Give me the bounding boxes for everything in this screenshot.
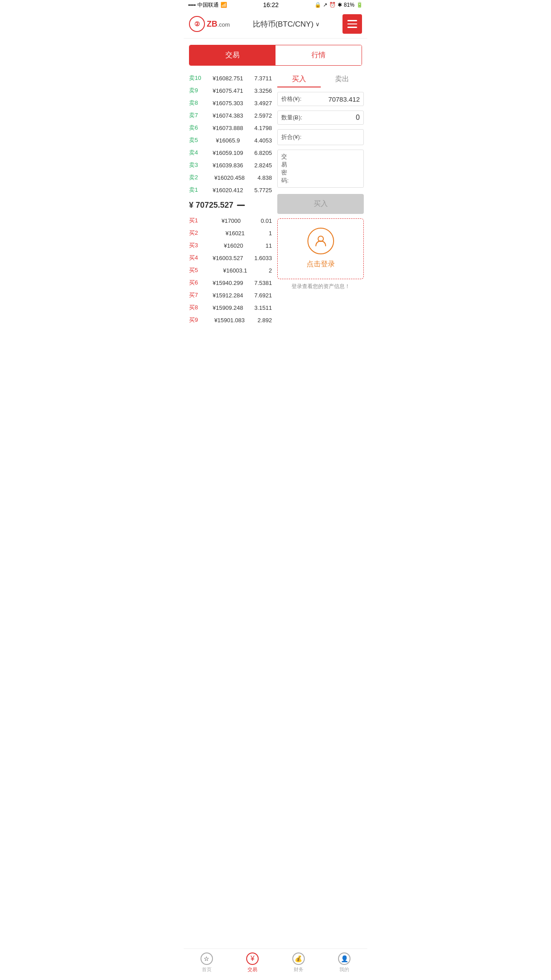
order-sell-price: ¥16075.471	[213, 87, 243, 94]
current-price: ¥ 70725.527	[189, 201, 233, 210]
order-sell-price: ¥16020.458	[214, 174, 245, 181]
tab-sell[interactable]: 卖出	[321, 72, 364, 87]
order-sell-qty: 2.5972	[254, 112, 272, 119]
order-buy-price: ¥16003.527	[213, 255, 243, 261]
login-box[interactable]: 点击登录	[277, 218, 364, 279]
order-sell-label: 卖6	[189, 124, 201, 132]
order-row: 买3 ¥16020 11	[187, 239, 274, 252]
current-price-row: ¥ 70725.527	[187, 196, 274, 214]
order-buy-price: ¥16020	[224, 242, 243, 249]
chevron-down-icon: ∨	[315, 21, 320, 28]
qty-input-row[interactable]: 数量(Ƀ):	[277, 111, 364, 125]
order-sell-price: ¥16082.751	[213, 75, 243, 82]
order-row: 卖1 ¥16020.412 5.7725	[187, 184, 274, 196]
login-text[interactable]: 点击登录	[283, 260, 358, 269]
buy-button[interactable]: 买入	[277, 194, 364, 214]
order-buy-qty: 1.6033	[254, 255, 272, 261]
logo-circle: ②	[189, 16, 205, 32]
pwd-row[interactable]: 交易密码:	[277, 150, 364, 188]
order-buy-qty: 0.01	[261, 217, 272, 224]
location-icon: ↗	[323, 2, 327, 8]
qty-input[interactable]	[304, 114, 360, 122]
order-sell-label: 卖3	[189, 161, 201, 169]
order-row: 买9 ¥15901.083 2.892	[187, 314, 274, 326]
price-trend-icon	[237, 205, 245, 206]
sell-orders: 卖10 ¥16082.751 7.3711 卖9 ¥16075.471 3.32…	[187, 72, 274, 196]
menu-line-1	[347, 20, 357, 21]
asset-info: 登录查看您的资产信息！	[277, 279, 364, 294]
order-sell-price: ¥16020.412	[213, 187, 243, 194]
order-row: 买7 ¥15912.284 7.6921	[187, 289, 274, 301]
main-tab-bar: 交易 行情	[189, 45, 362, 66]
currency-pair: 比特币(BTC/CNY)	[253, 19, 314, 29]
order-sell-price: ¥16039.836	[213, 162, 243, 169]
order-buy-label: 买5	[189, 266, 201, 274]
order-sell-qty: 3.4927	[254, 100, 272, 107]
order-sell-label: 卖1	[189, 186, 201, 194]
order-buy-label: 买8	[189, 304, 201, 312]
order-row: 买8 ¥15909.248 3.1511	[187, 301, 274, 314]
order-buy-label: 买7	[189, 291, 201, 299]
order-buy-price: ¥15940.299	[213, 280, 243, 286]
order-buy-qty: 7.5381	[254, 280, 272, 286]
menu-line-3	[347, 27, 357, 28]
header-title[interactable]: 比特币(BTC/CNY) ∨	[253, 19, 320, 29]
pwd-label: 交易密码:	[281, 153, 289, 185]
order-buy-label: 买6	[189, 279, 201, 287]
order-sell-qty: 4.1798	[254, 125, 272, 131]
wifi-icon: 📶	[220, 2, 227, 8]
order-row: 卖6 ¥16073.888 4.1798	[187, 122, 274, 134]
total-row: 折合(¥):	[277, 129, 364, 145]
order-sell-price: ¥16059.109	[213, 150, 243, 156]
tab-trade[interactable]: 交易	[189, 45, 276, 65]
carrier: 中国联通	[197, 1, 219, 9]
lock-icon: 🔒	[315, 2, 321, 8]
logo-text: ZB.com	[207, 20, 230, 29]
bluetooth-icon: ✱	[338, 2, 342, 8]
price-label: 价格(¥):	[281, 95, 303, 103]
order-buy-price: ¥15901.083	[214, 317, 245, 324]
order-row: 卖7 ¥16074.383 2.5972	[187, 109, 274, 122]
pwd-input[interactable]	[289, 166, 364, 172]
order-sell-label: 卖4	[189, 149, 201, 157]
order-buy-qty: 3.1511	[254, 304, 272, 311]
order-buy-price: ¥16021	[225, 230, 244, 237]
battery-pct: 81%	[344, 2, 354, 8]
order-buy-qty: 2.892	[257, 317, 272, 324]
order-sell-qty: 6.8205	[254, 150, 272, 156]
order-buy-price: ¥15912.284	[213, 292, 243, 299]
order-row: 卖4 ¥16059.109 6.8205	[187, 146, 274, 159]
price-input[interactable]	[303, 95, 360, 103]
order-sell-price: ¥16075.303	[213, 100, 243, 107]
order-buy-label: 买4	[189, 254, 201, 262]
order-row: 买1 ¥17000 0.01	[187, 214, 274, 227]
tab-buy[interactable]: 买入	[277, 72, 321, 87]
order-sell-qty: 3.3256	[254, 87, 272, 94]
order-buy-label: 买1	[189, 217, 201, 225]
order-buy-label: 买3	[189, 241, 201, 249]
status-left: ▪▪▪▪ 中国联通 📶	[188, 1, 227, 9]
order-sell-label: 卖9	[189, 87, 201, 95]
status-time: 16:22	[263, 1, 279, 8]
buy-sell-tabs: 买入 卖出	[277, 72, 364, 87]
order-book: 卖10 ¥16082.751 7.3711 卖9 ¥16075.471 3.32…	[187, 72, 274, 326]
tab-market[interactable]: 行情	[276, 45, 362, 65]
order-sell-price: ¥16065.9	[216, 137, 240, 144]
order-sell-price: ¥16074.383	[213, 112, 243, 119]
battery-icon: 🔋	[356, 2, 363, 8]
order-row: 卖10 ¥16082.751 7.3711	[187, 72, 274, 84]
order-row: 买6 ¥15940.299 7.5381	[187, 277, 274, 289]
order-sell-qty: 7.3711	[254, 75, 272, 82]
order-sell-label: 卖8	[189, 99, 201, 107]
order-buy-label: 买9	[189, 316, 201, 324]
order-buy-label: 买2	[189, 229, 201, 237]
order-row: 卖5 ¥16065.9 4.4053	[187, 134, 274, 146]
status-right: 🔒 ↗ ⏰ ✱ 81% 🔋	[315, 2, 363, 8]
order-sell-label: 卖5	[189, 136, 201, 144]
order-sell-qty: 4.838	[257, 174, 272, 181]
price-input-row[interactable]: 价格(¥):	[277, 92, 364, 106]
order-sell-qty: 5.7725	[254, 187, 272, 194]
logo[interactable]: ② ZB.com	[189, 16, 230, 32]
order-buy-qty: 1	[269, 230, 272, 237]
menu-button[interactable]	[342, 14, 362, 34]
